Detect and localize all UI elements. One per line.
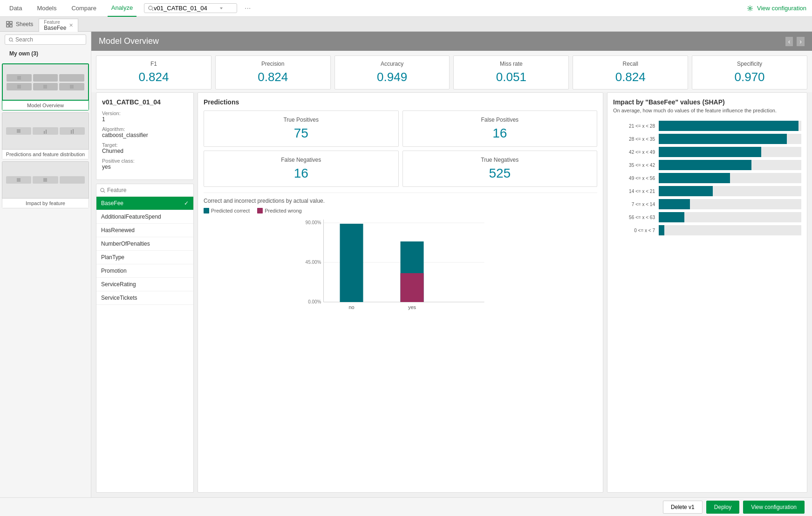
metric-recall: Recall 0.824 <box>573 55 688 89</box>
shap-bar-background <box>659 186 801 196</box>
model-name: v01_CATBC_01_04 <box>102 98 188 106</box>
more-options[interactable]: ··· <box>245 4 251 13</box>
shap-bar-background <box>659 134 801 144</box>
sidebar-item-impact[interactable]: Impact by feature <box>2 161 89 208</box>
top-nav: Data Models Compare Analyze ··· View con… <box>0 0 812 17</box>
shap-row: 28 <= x < 35 <box>613 134 801 144</box>
next-arrow[interactable]: › <box>797 37 805 46</box>
shap-row-label: 28 <= x < 35 <box>613 137 655 142</box>
shap-bar-background <box>659 173 801 183</box>
deploy-button[interactable]: Deploy <box>706 501 739 514</box>
shap-bar-fill <box>659 212 684 222</box>
chart-subtitle: Correct and incorrect predictions by act… <box>204 198 597 204</box>
model-positive-class-value: yes <box>102 164 188 170</box>
content-header: Model Overview ‹ › <box>91 32 812 51</box>
svg-rect-16 <box>46 130 47 134</box>
model-algorithm-value: catboost_classifier <box>102 132 188 138</box>
svg-rect-13 <box>70 85 74 89</box>
metric-miss-rate-label: Miss rate <box>458 61 564 67</box>
feature-item-additionalfeaturespend[interactable]: AdditionalFeatureSpend <box>96 210 193 224</box>
feature-item-promotion[interactable]: Promotion <box>96 264 193 278</box>
feature-item-numberofpenalties[interactable]: NumberOfPenalties <box>96 237 193 251</box>
false-positives-label: False Positives <box>408 117 593 123</box>
sheets-label[interactable]: Sheets <box>16 21 33 28</box>
legend-correct: Predicted correct <box>204 208 250 213</box>
metric-recall-label: Recall <box>578 61 683 67</box>
sidebar-items: Model Overview Predictions and feat <box>0 62 91 210</box>
model-version-value: 1 <box>102 116 188 123</box>
svg-rect-12 <box>43 85 47 89</box>
legend-wrong-label: Predicted wrong <box>265 208 302 213</box>
sheet-label-1: Model Overview <box>2 101 89 110</box>
predictions-card: Predictions True Positives 75 False Posi… <box>198 92 603 493</box>
svg-rect-19 <box>17 178 20 182</box>
feature-item-servicetickets[interactable]: ServiceTickets <box>96 291 193 305</box>
shap-bar-fill <box>659 160 751 170</box>
chart-section: Correct and incorrect predictions by act… <box>204 193 597 312</box>
metric-precision-label: Precision <box>220 61 326 67</box>
sidebar-search-bar[interactable] <box>5 34 86 45</box>
metric-miss-rate: Miss rate 0.051 <box>453 55 569 89</box>
svg-rect-4 <box>7 21 9 24</box>
predictions-title: Predictions <box>204 98 597 106</box>
tab-value: BaseFee <box>44 25 66 31</box>
sidebar: My own (3) Model Overview <box>0 32 91 497</box>
global-search-input[interactable] <box>154 5 219 12</box>
dropdown-icon <box>219 6 224 11</box>
false-negatives-value: 16 <box>209 166 394 181</box>
shap-row-label: 0 <= x < 7 <box>613 228 655 233</box>
svg-line-9 <box>12 41 13 41</box>
sheets-icon <box>6 21 13 28</box>
delete-button[interactable]: Delete v1 <box>663 501 703 514</box>
metric-accuracy: Accuracy 0.949 <box>334 55 450 89</box>
feature-search-bar[interactable] <box>96 184 193 197</box>
nav-analyze[interactable]: Analyze <box>108 0 136 17</box>
svg-text:45.00%: 45.00% <box>306 260 321 265</box>
shap-bar-background <box>659 212 801 222</box>
sidebar-item-model-overview[interactable]: Model Overview <box>2 63 89 110</box>
feature-item-plantype[interactable]: PlanType <box>96 251 193 264</box>
prev-arrow[interactable]: ‹ <box>785 37 793 46</box>
model-target-label: Target: <box>102 142 188 148</box>
legend-wrong: Predicted wrong <box>257 208 302 213</box>
nav-data[interactable]: Data <box>6 0 26 17</box>
model-target-row: Target: Churned <box>102 142 188 154</box>
shap-row-label: 7 <= x < 14 <box>613 202 655 207</box>
metric-miss-rate-value: 0.051 <box>458 70 564 84</box>
shap-row: 56 <= x < 63 <box>613 212 801 222</box>
bar-yes-wrong <box>401 273 424 302</box>
nav-compare[interactable]: Compare <box>68 0 100 17</box>
sidebar-search-input[interactable] <box>15 36 82 43</box>
feature-search-input[interactable] <box>107 187 190 193</box>
tabs-row: Sheets Feature BaseFee ✕ <box>0 17 812 32</box>
metric-accuracy-value: 0.949 <box>340 70 445 84</box>
shap-bar-fill <box>659 225 664 235</box>
feature-name-plantype: PlanType <box>101 254 124 261</box>
svg-rect-17 <box>71 130 72 134</box>
sheet-thumbnail-3 <box>2 161 89 199</box>
metric-f1-label: F1 <box>101 61 206 67</box>
feature-item-hasrenewed[interactable]: HasRenewed <box>96 224 193 237</box>
sidebar-item-predictions[interactable]: Predictions and feature distribution <box>2 112 89 159</box>
svg-rect-20 <box>43 178 47 182</box>
feature-search-icon <box>100 188 105 193</box>
global-search-bar[interactable] <box>144 3 237 13</box>
feature-item-servicerating[interactable]: ServiceRating <box>96 278 193 291</box>
view-configuration-bottom-button[interactable]: View configuration <box>743 501 805 514</box>
feature-tab[interactable]: Feature BaseFee ✕ <box>39 19 78 32</box>
bottom-bar: Delete v1 Deploy View configuration <box>0 497 812 516</box>
tab-close-button[interactable]: ✕ <box>69 22 73 28</box>
nav-models[interactable]: Models <box>33 0 60 17</box>
shap-row: 42 <= x < 49 <box>613 147 801 157</box>
legend-correct-label: Predicted correct <box>211 208 250 213</box>
tab-category: Feature <box>44 20 66 25</box>
shap-row: 21 <= x < 28 <box>613 121 801 131</box>
metric-specificity: Specificity 0.970 <box>692 55 807 89</box>
true-negatives-label: True Negatives <box>408 157 593 163</box>
view-configuration-button[interactable]: View configuration <box>747 5 806 12</box>
shap-bar-fill <box>659 134 787 144</box>
true-negatives-value: 525 <box>408 166 593 181</box>
feature-item-basefee[interactable]: BaseFee ✓ <box>96 197 193 210</box>
feature-list: BaseFee ✓ AdditionalFeatureSpend HasRene… <box>96 197 193 492</box>
model-algorithm-row: Algorithm: catboost_classifier <box>102 126 188 138</box>
